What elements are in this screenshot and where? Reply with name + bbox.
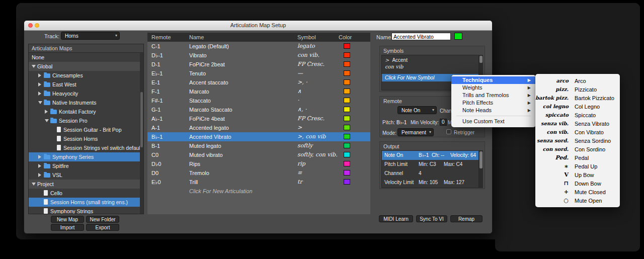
tree-item-kontakt-factory[interactable]: Kontakt Factory [29, 107, 143, 116]
submenu-item-pedal-up[interactable]: ∗Pedal Up [535, 162, 620, 170]
expand-open-icon[interactable] [32, 183, 36, 186]
import-button[interactable]: Import [51, 224, 84, 231]
menu-item-trills-and-tremolos[interactable]: Trills and Tremolos▶ [451, 92, 536, 99]
table-row-rips[interactable]: D♭0Ripsrip [147, 159, 370, 168]
expand-closed-icon[interactable] [38, 155, 41, 159]
menu-item-use-custom-text[interactable]: Use Custom Text [451, 118, 536, 125]
table-row-muted-legato[interactable]: B-1Muted legatosoftly [147, 141, 370, 150]
submenu-item-con-vibrato[interactable]: con vib.Con Vibrato [535, 128, 620, 136]
submenu-item-pizzicato[interactable]: pizz.Pizzicato [535, 85, 620, 94]
scrollbar-thumb[interactable] [479, 56, 482, 63]
table-row-marcato-staccato[interactable]: G-1Marcato Staccato∧, · [147, 105, 370, 114]
output-scrollbar[interactable] [479, 150, 483, 188]
submenu-item-up-bow[interactable]: VUp Bow [535, 170, 620, 179]
submenu-item-arco[interactable]: arcoArco [535, 76, 620, 85]
new-map-button[interactable]: New Map [51, 216, 84, 223]
table-row-staccato[interactable]: F#-1Staccato· [147, 96, 370, 105]
submenu-item-senza-sordino[interactable]: senza sord.Senza Sordino [535, 136, 620, 145]
output-row-channel[interactable]: Channel4 [382, 169, 478, 178]
expand-closed-icon[interactable] [45, 110, 48, 114]
menu-item-pitch-effects[interactable]: Pitch Effects▶ [451, 99, 536, 107]
color-swatch[interactable] [344, 61, 350, 67]
submenu-item-senza-vibrato[interactable]: senza vib.Senza Vibrato [535, 119, 620, 128]
tree-item-native-instruments[interactable]: Native Instruments [29, 98, 143, 107]
color-swatch[interactable] [344, 170, 350, 176]
minimize-button[interactable] [35, 23, 39, 28]
submenu-item-mute-closed[interactable]: +Mute Closed [535, 188, 620, 196]
submenu-item-bartok-pizzicato[interactable]: bartok pizz.Bartok Pizzicato [535, 94, 620, 102]
new-folder-button[interactable]: New Folder [86, 216, 119, 223]
expand-open-icon[interactable] [45, 119, 49, 122]
submenu-item-mute-open[interactable]: ○Mute Open [535, 196, 620, 205]
symbol-item-con-vib[interactable]: con vib [382, 63, 478, 70]
table-row-legato-default[interactable]: C-1Legato (Default)legato [147, 42, 370, 51]
expand-closed-icon[interactable] [38, 173, 41, 177]
tree-item-session-pro[interactable]: Session Pro [29, 116, 143, 125]
output-row-velocity-limit[interactable]: Velocity LimitMin: 105Max: 127 [382, 178, 478, 187]
tree-item-project[interactable]: Project [29, 180, 143, 189]
table-row-accent-staccato[interactable]: E-1Accent staccato>, · [147, 78, 370, 87]
tree-item-session-horns[interactable]: Session Horns [29, 134, 143, 143]
tree-item-session-guitar-brit-pop[interactable]: Session Guitar - Brit Pop [29, 125, 143, 134]
output-row-pitch-limit[interactable]: Pitch LimitMin: C3Max: C4 [382, 160, 478, 169]
tree-item-cello[interactable]: Cello [29, 189, 143, 198]
color-swatch[interactable] [344, 79, 350, 85]
submenu-item-spiccato[interactable]: spiccatoSpiccato [535, 111, 620, 119]
submenu-item-down-bow[interactable]: ⊓Down Bow [535, 179, 620, 188]
color-swatch[interactable] [344, 98, 350, 103]
expand-closed-icon[interactable] [38, 82, 41, 87]
expand-closed-icon[interactable] [38, 73, 41, 77]
table-row-tenuto[interactable]: E♭-1Tenuto— [147, 69, 370, 78]
color-swatch[interactable] [344, 125, 350, 130]
close-button[interactable] [28, 23, 33, 28]
output-row-note-on[interactable]: Note OnB♭-1Ch: --Velocity: 64 [382, 151, 478, 160]
articulation-color-swatch[interactable] [454, 33, 462, 40]
color-swatch[interactable] [344, 107, 350, 112]
table-row-marcato[interactable]: F-1Marcato∧ [147, 87, 370, 96]
color-swatch[interactable] [344, 179, 350, 185]
tree-item-vsl[interactable]: VSL [29, 170, 143, 180]
expand-closed-icon[interactable] [38, 92, 41, 96]
tree-item-none[interactable]: None [29, 53, 143, 62]
midi-learn-button[interactable]: MIDI Learn [379, 215, 413, 222]
expand-open-icon[interactable] [32, 65, 36, 68]
color-swatch[interactable] [344, 89, 350, 94]
tree-item-spitfire[interactable]: Spitfire [29, 161, 143, 170]
table-row-trill[interactable]: E♭0Trilltr [147, 178, 370, 187]
color-swatch[interactable] [344, 70, 350, 76]
color-swatch[interactable] [344, 116, 350, 121]
sync-to-vi-button[interactable]: Sync To VI [416, 215, 447, 222]
remote-pitch-value[interactable]: B♭-1 [396, 120, 407, 125]
tree-item-global[interactable]: Global [29, 62, 143, 71]
color-swatch[interactable] [344, 52, 350, 58]
scrollbar-thumb[interactable] [479, 151, 482, 168]
tree-item-cinesamples[interactable]: Cinesamples [29, 71, 143, 80]
tree-item-symphony-strings[interactable]: Symphony Strings [29, 207, 143, 214]
submenu-item-con-sordino[interactable]: con sord.Con Sordino [535, 145, 620, 153]
table-row-fopicre-4beat[interactable]: A♭-1FoPiCre 4beatFP Cresc. [147, 114, 370, 123]
min-velocity-field[interactable]: 0 [440, 119, 447, 126]
color-swatch[interactable] [344, 143, 350, 148]
maps-scrollbar[interactable] [140, 53, 143, 214]
remap-button[interactable]: Remap [450, 215, 482, 222]
remote-type-select[interactable]: Note On ▾ [397, 106, 437, 114]
tree-item-symphony-series[interactable]: Symphony Series [29, 152, 143, 161]
symbol-item-accent[interactable]: >Accent [382, 57, 478, 63]
mode-select[interactable]: Permanent ▾ [397, 128, 434, 136]
scrollbar-thumb[interactable] [140, 92, 143, 147]
submenu-item-pedal[interactable]: Ped.Pedal [535, 153, 620, 162]
export-button[interactable]: Export [86, 224, 119, 231]
tree-item-session-horns-small-string-ens[interactable]: Session Horns (small string ens.) [29, 198, 143, 207]
table-row-muted-vibrato[interactable]: C0Muted vibratosoftly, con vib. [147, 150, 370, 159]
color-swatch[interactable] [344, 43, 350, 49]
tree-item-session-strings-vel-switch-default[interactable]: Session Strings vel switch default [29, 143, 143, 152]
tree-item-heavyocity[interactable]: Heavyocity [29, 89, 143, 98]
new-articulation-row[interactable]: Click For New Articulation [147, 187, 370, 196]
menu-item-note-heads[interactable]: Note Heads▶ [451, 107, 536, 114]
menu-item-techniques[interactable]: Techniques▶ [451, 76, 536, 84]
track-select[interactable]: Horns ▾ [61, 32, 120, 40]
tree-item-east-west[interactable]: East West [29, 80, 143, 89]
table-row-accented-vibrato[interactable]: B♭-1Accented Vibrato>, con vib [147, 132, 370, 141]
table-row-tremolo[interactable]: D0Tremolo≡ [147, 168, 370, 178]
table-row-fopicre-2beat[interactable]: D-1FoPiCre 2beatFP Cresc. [147, 60, 370, 69]
